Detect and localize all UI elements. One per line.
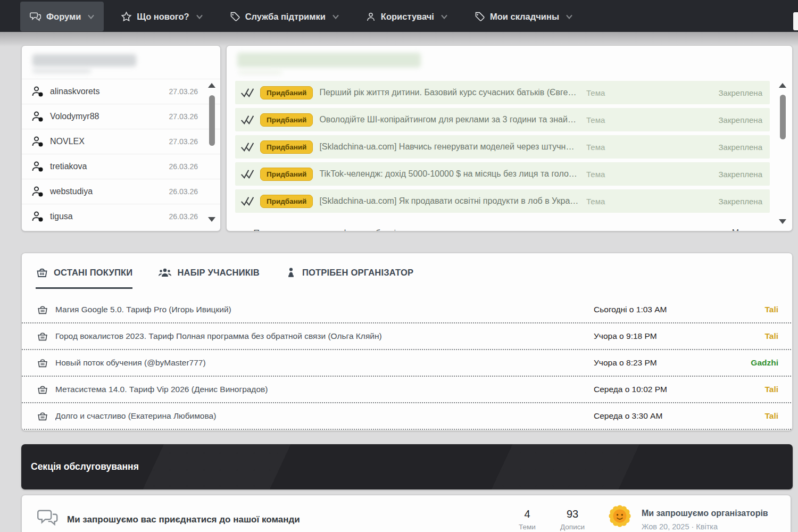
nav-item-my-groupbuys[interactable]: Мои складчины — [464, 2, 582, 31]
basket-icon — [37, 410, 48, 422]
member-name[interactable]: tretiakova — [50, 162, 169, 171]
thread-title[interactable]: [Skladchina-ua.com] Як продавати освітні… — [319, 196, 579, 206]
purchase-user[interactable]: Gadzhi — [733, 358, 778, 368]
tab-member-recruitment[interactable]: НАБІР УЧАСНИКІВ — [158, 266, 260, 289]
thread-last-user[interactable]: Метолист — [711, 228, 770, 231]
thread-title[interactable]: Поповнення гаманця форуму банківською ка… — [253, 228, 586, 232]
purchase-row[interactable]: Город вокалистов 2023. Тариф Полная прог… — [22, 323, 793, 350]
service-section-header: Секція обслуговування — [21, 444, 793, 489]
stat-label: Теми — [503, 523, 551, 531]
scroll-up-button[interactable] — [779, 83, 786, 88]
member-name[interactable]: Volodymyr88 — [50, 112, 169, 121]
purchased-badge: Придбаний — [260, 195, 313, 208]
thread-row-wallet-topup[interactable]: » Поповнення гаманця форуму банківською … — [227, 222, 793, 231]
chevron-down-icon — [88, 14, 94, 19]
scroll-up-button[interactable] — [208, 83, 215, 88]
thread-row[interactable]: Придбаний [Skladchina-ua.com] Як продава… — [235, 189, 770, 213]
latest-members-panel: alinaskvorets 27.03.26 Volodymyr88 27.03… — [21, 45, 221, 231]
tab-label: ОСТАНІ ПОКУПКИ — [54, 268, 132, 278]
nav-item-label: Користувачі — [381, 12, 434, 22]
scrollbar-thumb[interactable] — [780, 95, 786, 139]
purchases-list: Магия Google 5.0. Тариф Pro (Игорь Ивицк… — [22, 297, 793, 430]
member-row[interactable]: NOVLEX 27.03.26 — [22, 129, 221, 154]
nav-item-support[interactable]: Служба підтримки — [220, 2, 348, 31]
purchase-title[interactable]: Метасистема 14.0. Тариф Vip 2026 (Денис … — [55, 385, 573, 394]
member-name[interactable]: webstudiya — [50, 187, 169, 196]
purchase-time: Учора о 8:23 PM — [573, 358, 733, 368]
nav-item-forums[interactable]: Форуми — [20, 2, 104, 31]
tab-label: ПОТРІБЕН ОРГАНІЗАТОР — [302, 268, 413, 278]
blurred-panel-subheading — [238, 70, 282, 74]
nav-item-label: Мои складчины — [490, 12, 559, 22]
purchase-row[interactable]: Долго и счастливо (Екатерина Любимова) С… — [22, 403, 793, 430]
member-icon — [31, 135, 44, 148]
member-row[interactable]: tigusa 26.03.26 — [22, 204, 221, 229]
thread-row[interactable]: Придбаний [Skladchina-ua.com] Навчись ге… — [235, 135, 770, 159]
section-title: Секція обслуговування — [31, 461, 139, 472]
stat-value: 4 — [503, 508, 551, 520]
purchase-title[interactable]: Город вокалистов 2023. Тариф Полная прог… — [55, 331, 573, 341]
thread-title[interactable]: [Skladchina-ua.com] Навчись генерувати м… — [319, 142, 579, 152]
thread-title[interactable]: TikTok-челендж: дохід 5000-10000 $ на мі… — [319, 169, 579, 179]
scrollbar-thumb[interactable] — [209, 95, 215, 146]
tab-latest-purchases[interactable]: ОСТАНІ ПОКУПКИ — [36, 266, 132, 289]
group-icon — [158, 266, 172, 279]
member-row[interactable]: Volodymyr88 27.03.26 — [22, 104, 221, 129]
stat-value: 93 — [548, 508, 596, 520]
thread-type-label: Тема — [579, 115, 704, 124]
purchase-user[interactable]: Tali — [733, 331, 778, 341]
thread-row[interactable]: Придбаний Перший рік життя дитини. Базов… — [235, 81, 770, 104]
join-team-forum-row[interactable]: Ми запрошуємо вас приєднатися до нашої к… — [21, 495, 791, 532]
nav-item-label: Служба підтримки — [245, 12, 326, 22]
chevron-down-icon — [566, 14, 572, 19]
tab-organizer-needed[interactable]: ПОТРІБЕН ОРГАНІЗАТОР — [285, 266, 413, 289]
member-name[interactable]: tigusa — [50, 212, 169, 221]
thread-row[interactable]: Придбаний Оволодійте ШІ-копірайтингом дл… — [235, 108, 770, 131]
member-row[interactable]: alinaskvorets 27.03.26 — [22, 79, 221, 104]
purchase-user[interactable]: Tali — [733, 305, 778, 314]
thread-type-label: Тема — [579, 170, 704, 179]
scroll-down-button[interactable] — [779, 219, 786, 224]
purchase-time: Середа о 3:30 AM — [573, 411, 733, 421]
forum-title[interactable]: Ми запрошуємо вас приєднатися до нашої к… — [67, 514, 300, 525]
thread-date: 27.03.2026 — [586, 229, 711, 232]
pinned-threads-panel: Придбаний Перший рік життя дитини. Базов… — [226, 45, 793, 231]
member-row[interactable]: webstudiya 26.03.26 — [22, 179, 221, 204]
sunflower-avatar[interactable] — [606, 502, 634, 530]
basket-icon — [37, 330, 48, 342]
purchase-row[interactable]: Магия Google 5.0. Тариф Pro (Игорь Ивицк… — [22, 297, 793, 323]
tab-label: НАБІР УЧАСНИКІВ — [177, 268, 260, 278]
purchase-title[interactable]: Магия Google 5.0. Тариф Pro (Игорь Ивицк… — [55, 305, 573, 314]
purchase-user[interactable]: Tali — [733, 411, 778, 421]
member-icon — [31, 110, 44, 123]
member-icon — [31, 160, 44, 173]
purchase-title[interactable]: Новый поток обучения (@byMaster777) — [55, 358, 573, 368]
member-name[interactable]: NOVLEX — [50, 137, 169, 146]
organizer-icon — [285, 266, 297, 279]
latest-purchases-panel: ОСТАНІ ПОКУПКИ НАБІР УЧАСНИКІВ П — [21, 253, 793, 431]
purchase-user[interactable]: Tali — [733, 385, 778, 394]
threads-list: Придбаний Перший рік життя дитини. Базов… — [227, 81, 793, 217]
purchase-time: Сьогодні о 1:03 AM — [573, 305, 733, 314]
tag-icon — [229, 11, 240, 22]
thread-status-label: Закреплена — [704, 88, 762, 97]
scroll-down-button[interactable] — [208, 217, 215, 222]
purchase-row[interactable]: Метасистема 14.0. Тариф Vip 2026 (Денис … — [22, 377, 793, 403]
member-icon — [31, 210, 44, 223]
members-list: alinaskvorets 27.03.26 Volodymyr88 27.03… — [22, 79, 221, 229]
thread-status-label: Закреплена — [704, 115, 762, 124]
basket-icon — [37, 304, 48, 315]
nav-item-whats-new[interactable]: Що нового? — [111, 2, 212, 31]
nav-item-users[interactable]: Користувачі — [356, 2, 457, 31]
purchase-title[interactable]: Долго и счастливо (Екатерина Любимова) — [55, 411, 573, 421]
nav-cutoff-element — [793, 12, 798, 30]
thread-title[interactable]: Оволодійте ШІ-копірайтингом для реклами … — [319, 115, 579, 124]
purchase-row[interactable]: Новый поток обучения (@byMaster777) Учор… — [22, 350, 793, 377]
member-row[interactable]: tretiakova 26.03.26 — [22, 154, 221, 179]
thread-row[interactable]: Придбаний TikTok-челендж: дохід 5000-100… — [235, 162, 770, 186]
member-icon — [31, 85, 44, 98]
last-post-title[interactable]: Ми запрошуємо організаторів — [642, 509, 768, 518]
thread-status-label: Закреплена — [704, 143, 762, 152]
thread-title[interactable]: Перший рік життя дитини. Базовий курс су… — [319, 88, 579, 97]
member-name[interactable]: alinaskvorets — [50, 87, 169, 96]
